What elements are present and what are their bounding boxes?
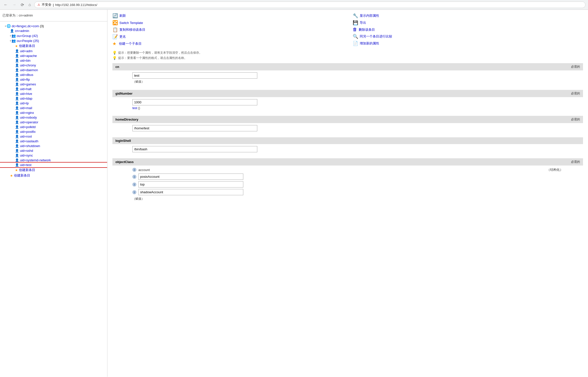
ou-people-link[interactable]: ou=People (25) xyxy=(17,39,39,43)
uid=operator-link[interactable]: uid=operator xyxy=(20,120,38,124)
field-loginshell-input[interactable] xyxy=(132,146,257,152)
toolbar-refresh[interactable]: 🔄 刷新 xyxy=(112,12,343,19)
uid=sync-link[interactable]: uid=sync xyxy=(20,154,33,157)
info-icon-top[interactable]: i xyxy=(132,183,136,187)
cn-admin-link[interactable]: cn=admin xyxy=(15,29,29,33)
uid=halt-link[interactable]: uid=halt xyxy=(20,87,31,91)
tree-root-node[interactable]: ▪ 🌐 dc=fengxc,dc=com (3) xyxy=(0,23,107,28)
uid=daemon-link[interactable]: uid=daemon xyxy=(20,68,38,72)
tree-item-uid-systemd-network[interactable]: 👤uid=systemd-network xyxy=(0,158,107,163)
tree-item-uid-sync[interactable]: 👤uid=sync xyxy=(0,153,107,158)
create-new-root-link[interactable]: 创建新条目 xyxy=(14,173,30,178)
tree-item-ou-people[interactable]: ▪ 👥 ou=People (25) xyxy=(0,38,107,43)
objectclass-top-input[interactable] xyxy=(138,181,243,188)
toolbar-copy-move[interactable]: 📋 复制和移动该条目 xyxy=(112,26,343,33)
toolbar-add-attribute[interactable]: 📄 增加新的属性 xyxy=(353,40,583,47)
tree-item-uid-nobody[interactable]: 👤uid=nobody xyxy=(0,115,107,120)
tree-item-uid-bin[interactable]: 👤uid=bin xyxy=(0,58,107,63)
info-icon-posixaccount[interactable]: i xyxy=(132,175,136,179)
tree-item-uid-mail[interactable]: 👤uid=mail xyxy=(0,106,107,110)
uid=ftp-link[interactable]: uid=ftp xyxy=(20,78,30,81)
field-loginshell-label[interactable]: loginShell xyxy=(115,139,131,143)
ou-group-link[interactable]: ou=Group (42) xyxy=(17,34,38,38)
tree-item-uid-daemon[interactable]: 👤uid=daemon xyxy=(0,68,107,72)
create-new-1-link[interactable]: 创建新条目 xyxy=(19,44,35,48)
tree-item-uid-saslauth[interactable]: 👤uid=saslauth xyxy=(0,139,107,144)
field-homedirectory-label[interactable]: homeDirectory xyxy=(115,118,138,121)
uid=dbus-link[interactable]: uid=dbus xyxy=(20,73,33,77)
field-gidnumber-input[interactable] xyxy=(132,99,257,105)
info-icon-shadowaccount[interactable]: i xyxy=(132,190,136,194)
url-text[interactable]: http://192.168.99.111/htdocs/ xyxy=(55,3,97,7)
field-cn-input[interactable] xyxy=(132,72,257,79)
tree-create-new-root[interactable]: ★创建新条目 xyxy=(0,173,107,178)
toolbar-create-child[interactable]: ★ 创建一个子条目 xyxy=(112,40,343,47)
tree-item-uid-ldap[interactable]: 👤uid=ldap xyxy=(0,96,107,101)
uid=nginx-link[interactable]: uid=nginx xyxy=(20,111,34,115)
field-gidnumber-label[interactable]: gidNumber xyxy=(115,92,133,95)
uid=test-link[interactable]: uid=test xyxy=(20,163,31,167)
tree-item-uid-root[interactable]: 👤uid=root xyxy=(0,134,107,139)
field-homedirectory-input[interactable] xyxy=(132,125,257,131)
tree-item-uid-postfix[interactable]: 👤uid=postfix xyxy=(0,129,107,134)
field-gidnumber-header: gidNumber 必需的 xyxy=(112,90,583,97)
tree-item-uid-chrony[interactable]: 👤uid=chrony xyxy=(0,63,107,68)
uid=systemd-network-link[interactable]: uid=systemd-network xyxy=(20,158,51,162)
toolbar-compare[interactable]: 🔍 同另一个条目进行比较 xyxy=(353,33,583,40)
tree-item-uid-sshd[interactable]: 👤uid=sshd xyxy=(0,148,107,153)
info-icon-account[interactable]: i xyxy=(132,168,136,172)
root-node-link[interactable]: dc=fengxc,dc=com xyxy=(12,24,39,28)
tree-item-cn-admin[interactable]: 👤 cn=admin xyxy=(0,28,107,33)
tree-create-new-1[interactable]: ★ 创建新条目 xyxy=(0,43,107,49)
uid=bin-link[interactable]: uid=bin xyxy=(20,59,30,62)
objectclass-shadowaccount-input[interactable] xyxy=(138,189,243,195)
tree-item-uid-test[interactable]: 👤uid=test xyxy=(0,163,107,167)
uid=games-link[interactable]: uid=games xyxy=(20,82,36,86)
tree-item-uid-polkitd[interactable]: 👤uid=polkitd xyxy=(0,125,107,129)
forward-button[interactable]: → xyxy=(11,2,17,7)
uid=nobody-link[interactable]: uid=nobody xyxy=(20,116,37,119)
back-button[interactable]: ← xyxy=(2,2,9,7)
uid=chrony-link[interactable]: uid=chrony xyxy=(20,63,36,67)
toolbar-rename[interactable]: 📝 更名 xyxy=(112,33,343,40)
uid=apache-link[interactable]: uid=apache xyxy=(20,54,37,58)
tree-item-uid-nginx[interactable]: 👤uid=nginx xyxy=(0,110,107,115)
tree-item-ou-group[interactable]: ▪ 👥 ou=Group (42) xyxy=(0,33,107,38)
tree-item-uid-hive[interactable]: 👤uid=hive xyxy=(0,91,107,96)
gidnumber-note-link[interactable]: test xyxy=(132,106,137,110)
tree-item-uid-games[interactable]: 👤uid=games xyxy=(0,82,107,87)
toolbar-show-internal[interactable]: 🔧 显示内部属性 xyxy=(353,12,583,19)
uid=adm-link[interactable]: uid=adm xyxy=(20,49,32,53)
field-cn-label[interactable]: cn xyxy=(115,65,119,69)
tree-item-uid-halt[interactable]: 👤uid=halt xyxy=(0,87,107,91)
tree-item-uid-dbus[interactable]: 👤uid=dbus xyxy=(0,72,107,77)
tree-item-uid-shutdown[interactable]: 👤uid=shutdown xyxy=(0,144,107,148)
uid=postfix-link[interactable]: uid=postfix xyxy=(20,130,36,134)
uid=mail-link[interactable]: uid=mail xyxy=(20,106,32,110)
uid=hive-link[interactable]: uid=hive xyxy=(20,92,32,96)
tips-section: 💡 提示：想要删除一个属性，请将文本字段清空，然后点击保存。 💡 提示：要查看一… xyxy=(112,51,583,60)
tree-item-uid-adm[interactable]: 👤uid=adm xyxy=(0,49,107,53)
toolbar-switch-template[interactable]: 🔀 Switch Template xyxy=(112,19,343,26)
toolbar-delete-entry[interactable]: 🗑 删除该条目 xyxy=(353,26,583,33)
uid=ldap-link[interactable]: uid=ldap xyxy=(20,97,32,100)
create-child-label: 创建一个子条目 xyxy=(119,41,142,46)
tree-item-uid-operator[interactable]: 👤uid=operator xyxy=(0,120,107,125)
objectclass-posixaccount-input[interactable] xyxy=(138,174,243,180)
home-button[interactable]: ⌂ xyxy=(27,2,32,7)
tree-item-uid-ftp[interactable]: 👤uid=ftp xyxy=(0,77,107,82)
reload-button[interactable]: ⟳ xyxy=(19,2,25,8)
tree-item-uid-apache[interactable]: 👤uid=apache xyxy=(0,53,107,58)
uid=sshd-link[interactable]: uid=sshd xyxy=(20,149,33,153)
field-gidnumber-section: gidNumber 必需的 test () xyxy=(112,90,583,112)
uid=saslauth-link[interactable]: uid=saslauth xyxy=(20,139,38,143)
uid=lp-link[interactable]: uid=lp xyxy=(20,101,29,105)
tree-item-uid-lp[interactable]: 👤uid=lp xyxy=(0,101,107,106)
uid=shutdown-link[interactable]: uid=shutdown xyxy=(20,144,40,148)
uid=polkitd-link[interactable]: uid=polkitd xyxy=(20,125,36,129)
create-new-2-link[interactable]: 创建新条目 xyxy=(19,168,35,172)
field-objectclass-label[interactable]: objectClass xyxy=(115,160,134,164)
uid=root-link[interactable]: uid=root xyxy=(20,135,32,138)
tree-create-new-2[interactable]: ★创建新条目 xyxy=(0,167,107,173)
toolbar-export[interactable]: 💾 导出 xyxy=(353,19,583,26)
